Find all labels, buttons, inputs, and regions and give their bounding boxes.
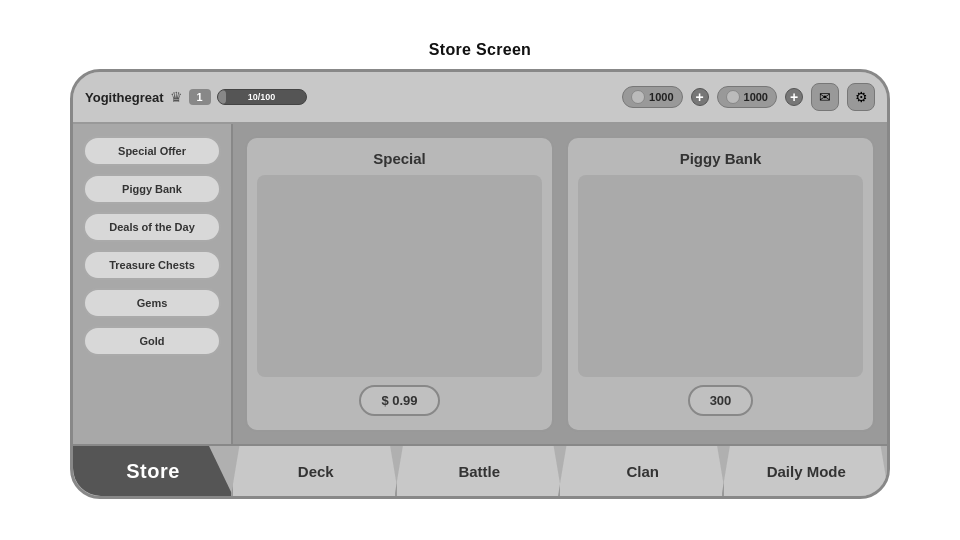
gold-icon (726, 90, 740, 104)
xp-bar: 10/100 (217, 89, 307, 105)
main-content: Special Offer Piggy Bank Deals of the Da… (73, 124, 887, 444)
store-items-grid: Special $ 0.99 Piggy Bank 300 (245, 136, 875, 432)
store-item-piggy-bank-title: Piggy Bank (680, 150, 762, 167)
store-item-piggy-bank-price-button[interactable]: 300 (688, 385, 754, 416)
gem-icon (631, 90, 645, 104)
player-info: Yogithegreat ♛ 1 10/100 (85, 89, 307, 105)
xp-label: 10/100 (248, 92, 276, 102)
currency1-value: 1000 (649, 91, 673, 103)
nav-tab-daily-mode[interactable]: Daily Mode (722, 446, 890, 496)
store-label: Store (126, 460, 180, 483)
nav-tabs: Deck Battle Clan Daily Mode (233, 446, 887, 496)
nav-tab-deck[interactable]: Deck (231, 446, 399, 496)
store-item-special-image (257, 175, 542, 377)
store-label-area: Store (73, 446, 233, 496)
currency-pill-2: 1000 (717, 86, 777, 108)
level-badge: 1 (189, 89, 211, 105)
currency2-value: 1000 (744, 91, 768, 103)
nav-tab-clan[interactable]: Clan (558, 446, 726, 496)
player-name: Yogithegreat (85, 90, 164, 105)
add-currency1-button[interactable]: + (691, 88, 709, 106)
sidebar-item-gold[interactable]: Gold (83, 326, 221, 356)
currency-pill-1: 1000 (622, 86, 682, 108)
crown-icon: ♛ (170, 89, 183, 105)
bottom-bar: Store Deck Battle Clan Daily Mode (73, 444, 887, 496)
sidebar-item-gems[interactable]: Gems (83, 288, 221, 318)
header-bar: Yogithegreat ♛ 1 10/100 1000 + 1000 + ✉ … (73, 72, 887, 124)
mail-button[interactable]: ✉ (811, 83, 839, 111)
sidebar-item-deals-of-day[interactable]: Deals of the Day (83, 212, 221, 242)
sidebar: Special Offer Piggy Bank Deals of the Da… (73, 124, 233, 444)
settings-button[interactable]: ⚙ (847, 83, 875, 111)
sidebar-item-treasure-chests[interactable]: Treasure Chests (83, 250, 221, 280)
page-title: Store Screen (429, 41, 531, 59)
store-item-special-title: Special (373, 150, 426, 167)
currency-group: 1000 + 1000 + ✉ ⚙ (622, 83, 875, 111)
store-item-piggy-bank-image (578, 175, 863, 377)
game-frame: Yogithegreat ♛ 1 10/100 1000 + 1000 + ✉ … (70, 69, 890, 499)
sidebar-item-special-offer[interactable]: Special Offer (83, 136, 221, 166)
store-item-piggy-bank: Piggy Bank 300 (566, 136, 875, 432)
store-area: Special $ 0.99 Piggy Bank 300 (233, 124, 887, 444)
xp-bar-fill (218, 90, 227, 104)
sidebar-item-piggy-bank[interactable]: Piggy Bank (83, 174, 221, 204)
nav-tab-battle[interactable]: Battle (395, 446, 563, 496)
store-item-special: Special $ 0.99 (245, 136, 554, 432)
store-item-special-price-button[interactable]: $ 0.99 (359, 385, 439, 416)
add-currency2-button[interactable]: + (785, 88, 803, 106)
